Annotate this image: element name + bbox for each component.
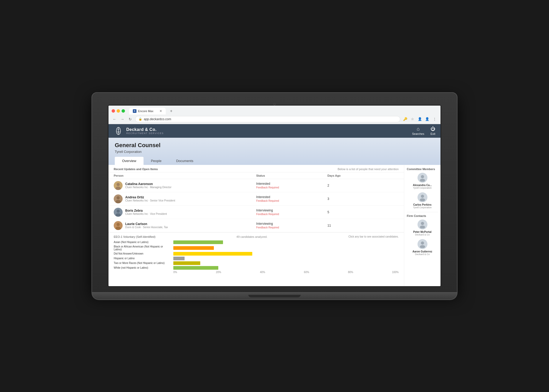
chart-bar-track — [173, 252, 399, 256]
person-info: Boris Zebra Cluen Networks Inc · Vice Pr… — [114, 208, 256, 217]
person-info: Laurie Carlson Dunn & Cook · Senior Asso… — [114, 221, 256, 230]
browser-chrome: E Encore Max ✕ + ← → ↻ 🔒 app.deckardco.c… — [108, 106, 441, 124]
svg-point-4 — [116, 187, 121, 190]
star-icon[interactable]: ☆ — [410, 116, 415, 122]
traffic-lights — [112, 109, 125, 113]
eeo-title: EEO-1 Voluntary (Self-Identified) — [114, 235, 156, 238]
chart-bar-row[interactable]: Two or More Races (Not Hispanic or Latin… — [114, 261, 399, 265]
person-name: Laurie Carlson — [125, 222, 168, 226]
menu-icon[interactable]: ⋮ — [432, 116, 437, 122]
tab-people[interactable]: People — [144, 157, 169, 165]
eeo-header: EEO-1 Voluntary (Self-Identified) 49 can… — [114, 235, 399, 238]
chart-bar-row[interactable]: Did Not Answer/Unknown — [114, 252, 399, 256]
exit-label: Exit — [431, 132, 435, 135]
member-name: Aaron Gutierrez — [413, 250, 432, 253]
chart-axis: 0%20%40%60%80%100% — [114, 271, 399, 274]
member-org: Deckard & Co — [415, 233, 430, 236]
power-icon: ⏻ — [431, 126, 435, 132]
member-org: Deckard & Co — [415, 253, 430, 256]
table-row: Boris Zebra Cluen Networks Inc · Vice Pr… — [108, 206, 404, 219]
feedback-text: Feedback Required — [256, 226, 328, 229]
chart-bar-label: Hispanic or Latino — [114, 257, 171, 260]
logo-area: Deckard & Co. Recruitment Services — [114, 126, 164, 136]
forward-button[interactable]: → — [119, 116, 125, 122]
new-tab-button[interactable]: + — [168, 108, 175, 114]
sidebar-divider — [407, 212, 438, 212]
key-icon: 🔑 — [402, 116, 408, 122]
tab-overview[interactable]: Overview — [115, 157, 144, 165]
committee-title: Committee Members — [407, 168, 438, 171]
lock-icon: 🔒 — [139, 117, 142, 121]
chart-bar-row[interactable]: Asian (Not Hispanic or Latino) — [114, 240, 399, 244]
app-nav: Deckard & Co. Recruitment Services ⌂ Sea… — [108, 124, 441, 138]
chart-bar-track — [173, 266, 399, 270]
logo-subtitle: Recruitment Services — [126, 132, 164, 135]
minimize-button[interactable] — [117, 109, 120, 113]
content-area: Recent Updates and Open Items Below is a… — [108, 165, 404, 286]
camera — [273, 103, 276, 105]
tab-documents[interactable]: Documents — [169, 157, 201, 165]
col-days: Days Ago — [328, 174, 399, 177]
feedback-text: Feedback Required — [256, 199, 328, 202]
svg-point-18 — [420, 245, 425, 248]
chart-bar — [173, 266, 218, 270]
chart-bar-track — [173, 240, 399, 244]
browser-tab[interactable]: E Encore Max ✕ — [129, 108, 166, 114]
account-icon[interactable]: 👤 — [424, 116, 430, 122]
person-company: Cluen Networks Inc · Managing Director — [125, 186, 171, 189]
status-area: Interviewing Feedback Required — [256, 222, 328, 229]
chart-bar — [173, 252, 252, 256]
table-row: Laurie Carlson Dunn & Cook · Senior Asso… — [108, 219, 404, 232]
close-button[interactable] — [112, 109, 115, 113]
page-tabs: Overview People Documents — [115, 157, 434, 165]
chart-bar — [173, 246, 214, 250]
person-name: Boris Zebra — [125, 209, 167, 212]
person-company: Dunn & Cook · Senior Associate, Tax — [125, 226, 168, 229]
chart-bar-row[interactable]: Black or African American (Not Hispanic … — [114, 245, 399, 251]
avatar — [114, 208, 123, 217]
chart-bar — [173, 261, 200, 265]
chart-bar-row[interactable]: Hispanic or Latino — [114, 257, 399, 260]
exit-nav-button[interactable]: ⏻ Exit — [431, 126, 435, 135]
profile-icon[interactable]: 👤 — [417, 116, 423, 122]
svg-point-9 — [117, 223, 120, 226]
tab-close-button[interactable]: ✕ — [159, 109, 162, 113]
avatar — [418, 192, 427, 202]
svg-point-6 — [116, 200, 121, 203]
member-name: Alexandra Ca... — [413, 184, 432, 187]
page-title: General Counsel — [115, 142, 434, 149]
status-text: Interested — [256, 182, 328, 186]
logo-title: Deckard & Co. — [126, 127, 164, 132]
chart-bar-label: Black or African American (Not Hispanic … — [114, 245, 171, 251]
member-org: Tyrell Corporation — [413, 187, 432, 189]
reload-button[interactable]: ↻ — [127, 116, 133, 122]
days-ago: 2 — [328, 184, 399, 187]
back-button[interactable]: ← — [112, 116, 117, 122]
address-bar[interactable]: 🔒 app.deckardco.com — [135, 116, 400, 122]
chart-bar-label: Did Not Answer/Unknown — [114, 252, 171, 255]
maximize-button[interactable] — [122, 109, 125, 113]
svg-point-3 — [117, 183, 120, 186]
firm-contact: Peter McPortal Deckard & Co — [407, 220, 438, 236]
days-ago: 3 — [328, 197, 399, 201]
person-company: Cluen Networks Inc · Vice President — [125, 212, 167, 215]
section-hint: Below is a list of people that need your… — [338, 168, 399, 171]
chart-bar-track — [173, 261, 399, 265]
avatar — [418, 239, 427, 249]
svg-point-16 — [420, 226, 425, 228]
member-name: Carlos Perkins — [413, 203, 431, 206]
status-area: Interviewing Feedback Required — [256, 209, 328, 216]
firm-contact: Aaron Gutierrez Deckard & Co — [407, 239, 438, 256]
axis-label: 0% — [173, 271, 177, 274]
nav-actions: ⌂ Searches ⏻ Exit — [412, 126, 435, 135]
axis-label: 80% — [348, 271, 353, 274]
days-ago: 11 — [328, 224, 399, 227]
chart-bar-row[interactable]: White (not Hispanic or Latino) — [114, 266, 399, 270]
logo-text: Deckard & Co. Recruitment Services — [126, 127, 164, 135]
eeo-chart: Asian (Not Hispanic or Latino)Black or A… — [114, 240, 399, 270]
address-text: app.deckardco.com — [144, 117, 171, 121]
toolbar-actions: 🔑 ☆ 👤 👤 ⋮ — [402, 116, 437, 122]
chart-bar-label: Asian (Not Hispanic or Latino) — [114, 241, 171, 244]
home-icon: ⌂ — [417, 126, 420, 132]
searches-nav-button[interactable]: ⌂ Searches — [412, 126, 424, 135]
